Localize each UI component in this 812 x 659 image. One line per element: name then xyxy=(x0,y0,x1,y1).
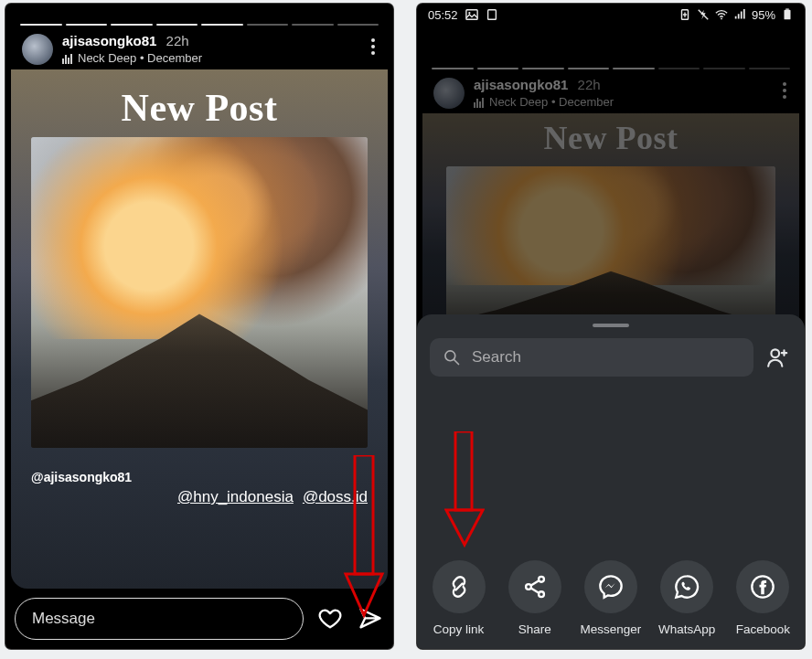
sheet-grabber[interactable] xyxy=(593,324,629,327)
share-nodes-icon xyxy=(522,574,548,600)
share-option-facebook[interactable]: Facebook xyxy=(726,560,799,636)
phone-left: ajisasongko81 22h Neck Deep • December N… xyxy=(5,4,393,649)
heart-icon xyxy=(317,606,343,632)
share-options-row: Copy link Share xyxy=(417,560,805,636)
story-body: New Post @ajisasongko81 @hny_indonesia@d… xyxy=(11,69,388,589)
more-options-button xyxy=(783,82,786,99)
svg-rect-3 xyxy=(487,10,496,20)
share-search-row: Search xyxy=(430,338,792,377)
story-music[interactable]: Neck Deep • December xyxy=(62,50,202,66)
post-mentions: @hny_indonesia@doss.id xyxy=(11,488,368,506)
vibrate-icon xyxy=(697,8,710,21)
share-option-messenger[interactable]: Messenger xyxy=(574,560,647,636)
svg-point-6 xyxy=(721,18,722,20)
battery-percentage: 95% xyxy=(752,8,775,22)
story-surface-dimmed: ajisasongko81 22h Neck Deep • December N… xyxy=(422,62,799,351)
add-person-icon xyxy=(766,345,790,369)
svg-line-10 xyxy=(454,360,459,365)
share-option-whatsapp[interactable]: WhatsApp xyxy=(650,560,723,636)
post-title: New Post xyxy=(11,86,388,130)
signal-icon xyxy=(733,8,746,21)
post-image xyxy=(31,137,368,448)
story-time: 22h xyxy=(578,77,601,92)
svg-point-11 xyxy=(771,349,779,357)
story-time: 22h xyxy=(166,33,189,48)
story-username: ajisasongko81 xyxy=(62,33,156,48)
svg-rect-1 xyxy=(465,10,476,20)
story-music-track: Neck Deep • December xyxy=(78,50,202,66)
whatsapp-icon xyxy=(674,574,700,600)
story-header: ajisasongko81 22h Neck Deep • December xyxy=(11,26,388,69)
story-footer: Message xyxy=(15,598,384,640)
story-music: Neck Deep • December xyxy=(474,94,614,110)
story-surface[interactable]: ajisasongko81 22h Neck Deep • December N… xyxy=(11,18,388,589)
battery-icon xyxy=(781,8,794,21)
story-progress-bar xyxy=(422,62,799,69)
music-equalizer-icon xyxy=(474,97,484,108)
story-username: ajisasongko81 xyxy=(474,77,568,92)
share-button[interactable] xyxy=(357,605,384,632)
search-icon xyxy=(443,348,461,367)
notification-icon xyxy=(486,8,498,21)
avatar xyxy=(433,78,465,109)
search-placeholder: Search xyxy=(472,348,521,367)
status-bar: 05:52 95% xyxy=(417,4,805,26)
message-placeholder: Message xyxy=(32,610,95,628)
mention-link[interactable]: @hny_indonesia xyxy=(177,488,294,505)
screenshot-stage: ajisasongko81 22h Neck Deep • December N… xyxy=(0,0,812,659)
share-sheet[interactable]: Search Copy link xyxy=(417,314,805,649)
avatar[interactable] xyxy=(22,34,53,65)
svg-rect-8 xyxy=(785,8,789,9)
story-progress-bar xyxy=(11,18,388,26)
mention-link[interactable]: @doss.id xyxy=(303,488,368,505)
music-equalizer-icon xyxy=(62,53,72,64)
share-option-share[interactable]: Share xyxy=(498,560,572,636)
story-header: ajisasongko81 22h Neck Deep • December xyxy=(422,69,799,113)
add-person-button[interactable] xyxy=(764,344,792,371)
post-title: New Post xyxy=(422,119,799,157)
messenger-icon xyxy=(598,574,624,600)
image-icon xyxy=(465,8,478,21)
post-caption-tag: @ajisasongko81 xyxy=(31,470,132,484)
svg-rect-7 xyxy=(785,10,791,20)
like-button[interactable] xyxy=(316,605,344,632)
battery-saver-icon xyxy=(678,8,691,21)
status-time: 05:52 xyxy=(428,8,458,22)
phone-right: 05:52 95% xyxy=(417,4,805,649)
link-icon xyxy=(446,574,472,600)
share-option-copy-link[interactable]: Copy link xyxy=(422,560,496,636)
message-input[interactable]: Message xyxy=(15,598,304,640)
paper-plane-icon xyxy=(358,606,383,632)
wifi-icon xyxy=(715,8,728,21)
more-options-button[interactable] xyxy=(371,38,375,55)
share-search-input[interactable]: Search xyxy=(430,338,753,377)
facebook-icon xyxy=(750,574,775,600)
story-header-text[interactable]: ajisasongko81 22h Neck Deep • December xyxy=(62,33,202,66)
